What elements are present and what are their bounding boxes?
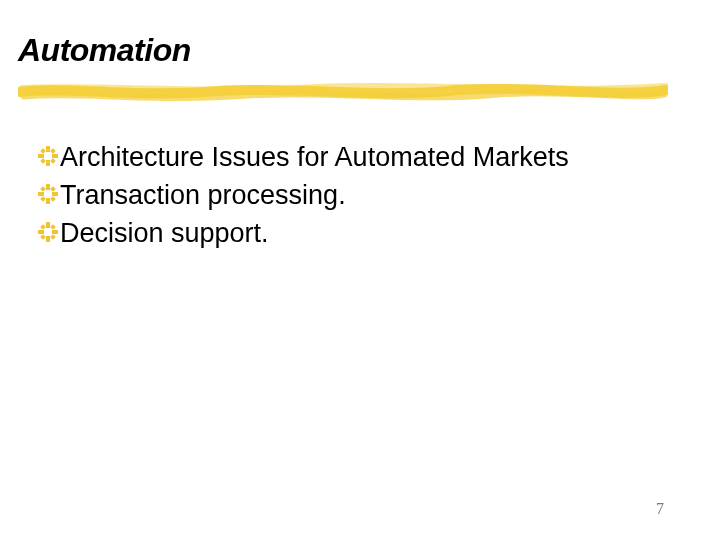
bullet-text: Architecture Issues for Automated Market… bbox=[60, 140, 569, 174]
svg-rect-3 bbox=[52, 154, 58, 158]
bullet-ornament-icon bbox=[38, 140, 58, 170]
svg-rect-18 bbox=[38, 230, 44, 234]
bullet-text: Transaction processing. bbox=[60, 178, 346, 212]
page-number: 7 bbox=[656, 500, 664, 518]
slide-title: Automation bbox=[18, 32, 191, 69]
svg-rect-6 bbox=[40, 158, 46, 164]
svg-rect-4 bbox=[40, 148, 46, 154]
bullet-list: Architecture Issues for Automated Market… bbox=[38, 140, 680, 254]
svg-rect-15 bbox=[50, 196, 56, 202]
svg-rect-7 bbox=[50, 158, 56, 164]
svg-rect-22 bbox=[40, 234, 46, 240]
svg-rect-13 bbox=[50, 186, 56, 192]
svg-rect-12 bbox=[40, 186, 46, 192]
svg-rect-17 bbox=[46, 236, 50, 242]
svg-rect-1 bbox=[46, 160, 50, 166]
svg-rect-0 bbox=[46, 146, 50, 152]
slide: Automation bbox=[0, 0, 720, 540]
list-item: Transaction processing. bbox=[38, 178, 680, 212]
svg-rect-21 bbox=[50, 224, 56, 230]
svg-rect-11 bbox=[52, 192, 58, 196]
svg-rect-16 bbox=[46, 222, 50, 228]
svg-rect-14 bbox=[40, 196, 46, 202]
svg-rect-23 bbox=[50, 234, 56, 240]
bullet-ornament-icon bbox=[38, 216, 58, 246]
list-item: Architecture Issues for Automated Market… bbox=[38, 140, 680, 174]
svg-rect-20 bbox=[40, 224, 46, 230]
svg-rect-10 bbox=[38, 192, 44, 196]
bullet-text: Decision support. bbox=[60, 216, 269, 250]
list-item: Decision support. bbox=[38, 216, 680, 250]
bullet-ornament-icon bbox=[38, 178, 58, 208]
title-underline bbox=[18, 82, 668, 104]
svg-rect-2 bbox=[38, 154, 44, 158]
svg-rect-8 bbox=[46, 184, 50, 190]
svg-rect-19 bbox=[52, 230, 58, 234]
svg-rect-9 bbox=[46, 198, 50, 204]
svg-rect-5 bbox=[50, 148, 56, 154]
